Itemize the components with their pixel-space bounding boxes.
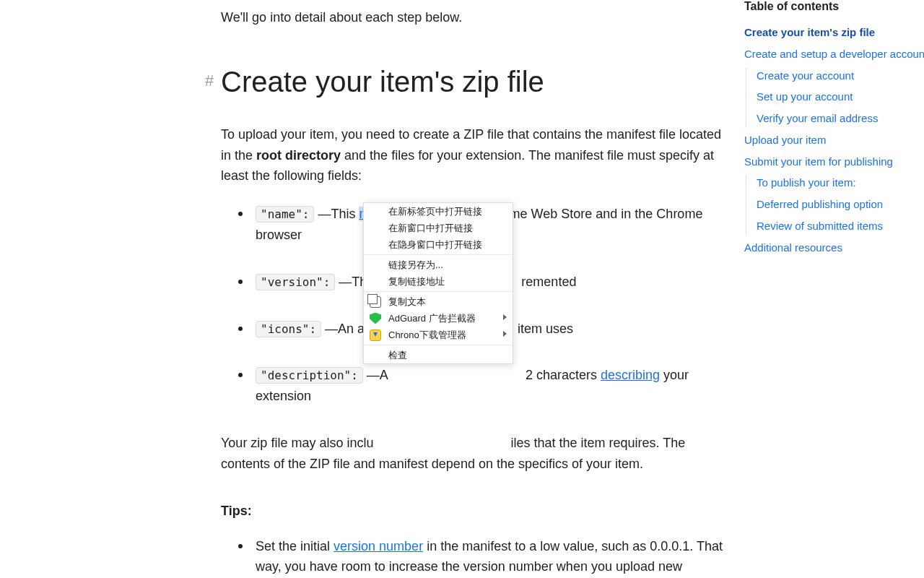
text: item uses <box>518 322 573 336</box>
code-description: "description": <box>256 367 363 384</box>
toc-link-additional-resources[interactable]: Additional resources <box>744 240 924 256</box>
ctx-chrono[interactable]: Chrono下载管理器 <box>364 327 513 343</box>
toc-link-create-zip[interactable]: Create your item's zip file <box>744 25 924 40</box>
ctx-separator <box>364 345 513 345</box>
list-item: "description": —A2 characters describing… <box>221 365 726 407</box>
table-of-contents: Table of contents Create your item's zip… <box>744 0 924 261</box>
intro-paragraph: We'll go into detail about each step bel… <box>221 0 726 28</box>
shield-icon <box>370 313 381 324</box>
link-describing[interactable]: describing <box>601 368 660 382</box>
ctx-inspect[interactable]: 检查 <box>364 347 513 363</box>
toc-title: Table of contents <box>744 0 924 13</box>
ctx-save-link-as[interactable]: 链接另存为... <box>364 256 513 273</box>
ctx-separator <box>364 254 513 255</box>
toc-link-create-account[interactable]: Create your account <box>757 68 924 84</box>
toc-link-verify-email[interactable]: Verify your email address <box>757 111 924 126</box>
ctx-copy-link-address[interactable]: 复制链接地址 <box>364 273 513 290</box>
heading-text: Create your item's zip file <box>221 66 544 98</box>
ctx-label: 复制文本 <box>388 296 426 309</box>
ctx-open-new-tab[interactable]: 在新标签页中打开链接 <box>364 203 513 220</box>
text: 2 characters <box>526 368 601 382</box>
text: Your zip file may also inclu <box>221 436 373 450</box>
code-version: "version": <box>256 274 335 290</box>
toc-subgroup: Create your account Set up your account … <box>746 68 924 126</box>
list-item: Set the initial version number in the ma… <box>221 536 726 578</box>
code-icons: "icons": <box>256 321 321 337</box>
toc-link-to-publish[interactable]: To publish your item: <box>757 175 924 191</box>
text: Set the initial <box>256 539 334 553</box>
copy-icon <box>370 296 381 308</box>
toc-link-setup-account[interactable]: Set up your account <box>757 89 924 105</box>
download-icon <box>370 329 381 341</box>
heading-create-zip: # Create your item's zip file <box>221 66 726 98</box>
text: remented <box>521 275 576 289</box>
ctx-open-new-window[interactable]: 在新窗口中打开链接 <box>364 220 513 236</box>
code-name: "name": <box>256 206 314 223</box>
toc-subgroup: To publish your item: Deferred publishin… <box>746 175 924 233</box>
ctx-adguard[interactable]: AdGuard 广告拦截器 <box>364 310 513 327</box>
paragraph-zip-extra: Your zip file may also incluiles that th… <box>221 433 726 475</box>
chevron-right-icon <box>503 331 507 337</box>
toc-link-submit-publishing[interactable]: Submit your item for publishing <box>744 154 924 170</box>
text: —This <box>314 207 359 221</box>
text: —A <box>363 368 388 382</box>
chevron-right-icon <box>503 314 507 320</box>
ctx-label: AdGuard 广告拦截器 <box>388 312 476 325</box>
bold-root-directory: root directory <box>256 148 341 163</box>
tips-heading: Tips: <box>221 504 726 519</box>
ctx-open-incognito[interactable]: 在隐身窗口中打开链接 <box>364 236 513 253</box>
ctx-separator <box>364 291 513 292</box>
toc-link-deferred-publishing[interactable]: Deferred publishing option <box>757 197 924 212</box>
ctx-copy-text[interactable]: 复制文本 <box>364 293 513 310</box>
link-version-number[interactable]: version number <box>334 539 423 553</box>
paragraph-zip-intro: To upload your item, you need to create … <box>221 124 726 186</box>
ctx-label: Chrono下载管理器 <box>388 329 466 342</box>
toc-link-create-dev-account[interactable]: Create and setup a developer accoun <box>744 46 924 62</box>
toc-link-upload-item[interactable]: Upload your item <box>744 132 924 148</box>
toc-link-review-submitted[interactable]: Review of submitted items <box>757 218 924 234</box>
tips-list: Set the initial version number in the ma… <box>221 536 726 578</box>
anchor-hash-icon[interactable]: # <box>205 72 214 90</box>
context-menu: 在新标签页中打开链接 在新窗口中打开链接 在隐身窗口中打开链接 链接另存为...… <box>363 202 513 364</box>
